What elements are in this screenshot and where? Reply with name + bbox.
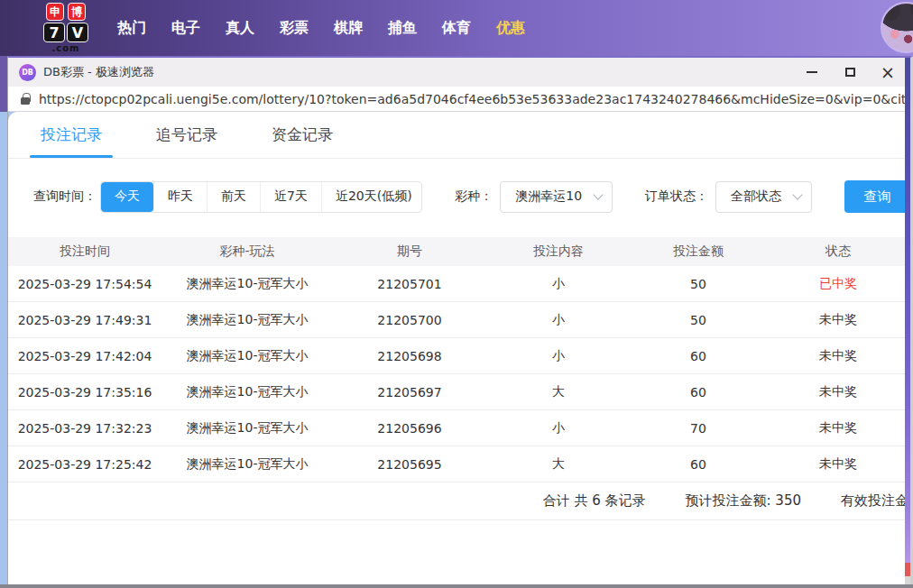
cell-issue: 21205696 [333,421,486,436]
cell-status: 未中奖 [766,456,910,473]
nav-item-5[interactable]: 棋牌 [334,19,363,38]
underlying-page-edge [0,56,7,584]
site-logo[interactable]: 申 博 7 V .com [36,3,96,53]
nav-item-3[interactable]: 真人 [226,19,254,38]
url-bar[interactable]: https://ctopcp02pcali.uengi5e.com/lotter… [8,87,910,112]
order-status-label: 订单状态： [645,188,708,205]
close-button[interactable]: × [869,58,907,87]
table-row[interactable]: 2025-03-29 17:32:23澳洲幸运10-冠军大小21205696小7… [8,410,910,446]
time-filter-label: 查询时间： [33,188,97,205]
window-controls: × [793,58,907,87]
chevron-down-icon [593,189,603,199]
cell-status: 未中奖 [766,384,910,400]
cell-time: 2025-03-29 17:35:16 [8,385,161,400]
cell-amount: 60 [631,385,766,400]
cell-content: 大 [486,384,631,400]
column-header-2: 彩种-玩法 [161,243,333,260]
window-titlebar: DB DB彩票 - 极速浏览器 × [8,58,910,87]
table-row[interactable]: 2025-03-29 17:35:16澳洲幸运10-冠军大小21205697大6… [8,374,910,410]
column-header-5: 投注金额 [631,243,766,260]
cell-content: 大 [486,456,631,473]
minimize-button[interactable] [793,58,831,87]
cell-play: 澳洲幸运10-冠军大小 [161,276,333,292]
nav-item-4[interactable]: 彩票 [280,19,309,38]
logo-tile-7: 7 [43,23,65,42]
cell-play: 澳洲幸运10-冠军大小 [161,384,333,400]
window-app-icon: DB [19,64,36,81]
user-avatar[interactable] [881,2,913,53]
cell-amount: 60 [631,457,766,472]
lock-icon [21,93,30,105]
cell-amount: 50 [631,277,766,291]
cell-time: 2025-03-29 17:25:42 [8,457,161,472]
content-card: 投注记录追号记录资金记录 查询时间： 今天昨天前天近7天近20天(低频) 彩种：… [8,112,910,584]
table-row[interactable]: 2025-03-29 17:42:04澳洲幸运10-冠军大小21205698小6… [8,338,910,374]
column-header-4: 投注内容 [486,243,631,260]
cell-issue: 21205700 [333,313,486,327]
footer-expected-amount: 预计投注金额: 350 [686,492,801,510]
cell-status: 已中奖 [766,276,910,292]
cell-status: 未中奖 [766,312,910,328]
minimize-icon [807,71,817,73]
logo-tile-v: V [67,23,88,42]
column-header-3: 期号 [333,243,486,260]
cell-play: 澳洲幸运10-冠军大小 [161,456,333,473]
logo-badge-shen: 申 [46,3,64,21]
cell-issue: 21205695 [333,457,486,472]
logo-badge-bo: 博 [68,3,86,21]
cell-time: 2025-03-29 17:54:54 [8,277,161,291]
filter-bar: 查询时间： 今天昨天前天近7天近20天(低频) 彩种： 澳洲幸运10 订单状态：… [33,180,910,213]
cell-issue: 21205697 [333,385,486,400]
cell-time: 2025-03-29 17:32:23 [8,421,161,436]
cell-content: 小 [486,312,631,328]
lottery-select[interactable]: 澳洲幸运10 [500,181,613,213]
search-button[interactable]: 查询 [844,180,910,213]
nav-item-7[interactable]: 体育 [442,19,471,38]
cell-play: 澳洲幸运10-冠军大小 [161,348,333,364]
chevron-down-icon [792,189,802,199]
page-background: 投注记录追号记录资金记录 查询时间： 今天昨天前天近7天近20天(低频) 彩种：… [8,112,910,584]
cell-amount: 70 [631,421,766,436]
scrollbar[interactable] [905,58,910,584]
site-banner: 申 博 7 V .com 热门电子真人彩票棋牌捕鱼体育优惠 [0,0,913,56]
tab-bar: 投注记录追号记录资金记录 [8,112,910,159]
cell-issue: 21205698 [333,349,486,363]
lottery-select-value: 澳洲幸运10 [515,188,582,205]
nav-item-6[interactable]: 捕鱼 [388,19,417,38]
cell-play: 澳洲幸运10-冠军大小 [161,312,333,328]
url-text[interactable]: https://ctopcp02pcali.uengi5e.com/lotter… [39,92,910,106]
maximize-button[interactable] [831,58,869,87]
cell-amount: 60 [631,349,766,363]
tab-2[interactable]: 追号记录 [151,112,223,158]
time-option-3[interactable]: 前天 [207,182,260,212]
order-status-value: 全部状态 [731,188,781,205]
bet-records-table: 投注时间彩种-玩法期号投注内容投注金额状态 2025-03-29 17:54:5… [8,237,910,520]
tab-1[interactable]: 投注记录 [35,112,107,158]
tab-3[interactable]: 资金记录 [266,112,338,158]
order-status-select[interactable]: 全部状态 [715,181,812,213]
column-header-6: 状态 [766,243,910,260]
cell-content: 小 [486,348,631,364]
lottery-filter-label: 彩种： [455,188,493,205]
table-row[interactable]: 2025-03-29 17:49:31澳洲幸运10-冠军大小21205700小5… [8,302,910,338]
nav-item-8[interactable]: 优惠 [496,19,525,38]
time-option-2[interactable]: 昨天 [153,182,207,212]
time-option-1[interactable]: 今天 [101,182,153,212]
cell-content: 小 [486,420,631,436]
nav-item-1[interactable]: 热门 [117,19,146,38]
window-title: DB彩票 - 极速浏览器 [43,64,154,80]
cell-amount: 50 [631,313,766,327]
table-row[interactable]: 2025-03-29 17:25:42澳洲幸运10-冠军大小21205695大6… [8,446,910,482]
footer-valid-amount: 有效投注金 [841,492,908,510]
time-option-4[interactable]: 近7天 [260,182,321,212]
cell-status: 未中奖 [766,420,910,436]
banner-nav: 热门电子真人彩票棋牌捕鱼体育优惠 [117,19,525,38]
column-header-1: 投注时间 [8,243,161,260]
nav-item-2[interactable]: 电子 [171,19,200,38]
maximize-icon [845,68,855,77]
table-row[interactable]: 2025-03-29 17:54:54澳洲幸运10-冠军大小21205701小5… [8,266,910,302]
cell-issue: 21205701 [333,277,486,291]
time-option-5[interactable]: 近20天(低频) [321,182,422,212]
logo-suffix: .com [51,44,79,53]
cell-play: 澳洲幸运10-冠军大小 [161,420,333,436]
